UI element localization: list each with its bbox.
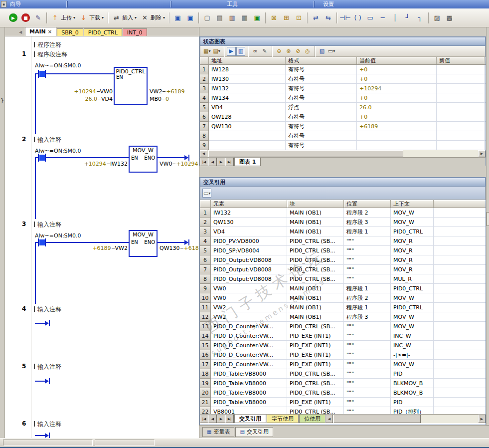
network-comment[interactable]: 输入注释: [34, 221, 61, 229]
table-cell[interactable]: PID0_D_Counter:VW...: [211, 360, 287, 369]
table-cell[interactable]: +0: [357, 112, 437, 122]
table-row[interactable]: 1IW132MAIN (OB1)程序段 2MOV_W: [200, 208, 486, 218]
input-pin-operand[interactable]: +10294IW132: [60, 161, 128, 167]
table-cell[interactable]: """: [344, 341, 391, 350]
table-row[interactable]: 13PID0_D_Counter:VW...PID0_CTRL (SB...""…: [200, 322, 486, 331]
table-cell[interactable]: PID0_CTRL: [391, 284, 434, 293]
table-cell[interactable]: QW130: [211, 218, 287, 227]
sheet-tab[interactable]: 交叉引用: [234, 415, 266, 423]
table-row[interactable]: 8有符号: [200, 131, 486, 141]
lock-icon[interactable]: ⊠: [268, 11, 280, 24]
table-cell[interactable]: """: [344, 398, 391, 407]
table-cell[interactable]: MOV_R: [391, 236, 434, 246]
program-comment[interactable]: 程序注释: [34, 41, 61, 49]
table-cell[interactable]: PID0_CTRL (SB...: [287, 255, 344, 265]
column-header[interactable]: 格式: [286, 57, 357, 64]
table-row[interactable]: 14PID0_D_Counter:VW...PID_EXE (INT1)"""I…: [200, 331, 486, 341]
table-row[interactable]: 6QW128有符号+0: [200, 112, 486, 122]
table-cell[interactable]: 程序段 3: [344, 218, 391, 227]
table-row[interactable]: 12VW2MAIN (OB1)程序段 3MOV_W: [200, 312, 486, 322]
table-row[interactable]: 20PID0_Table:VB8000PID0_CTRL (SB..."""BL…: [200, 388, 486, 398]
table-cell[interactable]: VW0: [211, 284, 287, 293]
table-cell[interactable]: QW128: [209, 112, 286, 122]
chart-pause-icon[interactable]: ▥: [236, 47, 245, 56]
table-cell[interactable]: PID: [391, 398, 434, 407]
input-pin-operand[interactable]: +6189VW2: [60, 245, 128, 251]
horizontal-scrollbar[interactable]: ◀ ▶: [200, 150, 486, 157]
sync-icon[interactable]: ⇆: [322, 11, 334, 24]
scroll-left-icon[interactable]: ◀: [200, 150, 207, 157]
column-header[interactable]: 元素: [211, 200, 287, 208]
table-cell[interactable]: PID0_D_Counter:VW...: [211, 331, 287, 341]
table-cell[interactable]: MOV_W: [391, 293, 434, 303]
table-cell[interactable]: MAIN (OB1): [287, 227, 344, 236]
table-cell[interactable]: [437, 74, 485, 84]
first-record-button[interactable]: |◀: [200, 158, 208, 166]
unlock-icon[interactable]: ⊞: [280, 11, 293, 24]
table-row[interactable]: 6PID0_Output:VD8008PID0_CTRL (SB..."""MO…: [200, 255, 486, 265]
table-cell[interactable]: 有符号: [286, 93, 357, 103]
table-cell[interactable]: PID_EXE (INT1): [287, 331, 344, 341]
table-cell[interactable]: PID0_Table:VB8000: [211, 379, 287, 388]
table-cell[interactable]: PID: [391, 369, 434, 379]
table-cell[interactable]: 程序段 3: [344, 312, 391, 322]
table-row[interactable]: 4PID0_PV:VD8000PID0_CTRL (SB..."""MOV_R: [200, 236, 486, 246]
table-cell[interactable]: PID0_CTRL (SB...: [287, 246, 344, 255]
prev-record-button[interactable]: ◀: [208, 415, 217, 423]
table-cell[interactable]: """: [344, 236, 391, 246]
table-cell[interactable]: MOV_W: [391, 322, 434, 331]
line-down-icon[interactable]: ┐: [414, 11, 426, 24]
table-cell[interactable]: 程序段 2: [344, 293, 391, 303]
download-icon[interactable]: ↓下载▾: [77, 11, 106, 24]
table-cell[interactable]: MOV_R: [391, 255, 434, 265]
table-cell[interactable]: MOV_R: [391, 246, 434, 255]
clear-bookmark-icon[interactable]: ▦: [238, 11, 251, 24]
table-cell[interactable]: [357, 141, 437, 150]
scroll-right-icon[interactable]: ▶: [478, 150, 486, 157]
table-cell[interactable]: PID0_Output:VD8008: [211, 255, 287, 265]
dropdown-arrow-icon[interactable]: ▾: [163, 15, 165, 20]
prev-record-button[interactable]: ◀: [208, 158, 217, 166]
table-cell[interactable]: PID0_CTRL: [391, 227, 434, 236]
table-row[interactable]: 2QW130MAIN (OB1)程序段 3MOV_W: [200, 218, 486, 227]
view-combo-icon[interactable]: ▭▾: [327, 47, 336, 56]
table-cell[interactable]: [437, 103, 485, 112]
table-cell[interactable]: MAIN (OB1): [287, 312, 344, 322]
compile-icon[interactable]: ✎: [32, 11, 44, 24]
table-cell[interactable]: PID0_CTRL (SB...: [287, 369, 344, 379]
table-row[interactable]: 11VW2MAIN (OB1)程序段 1PID0_CTRL: [200, 303, 486, 312]
table-cell[interactable]: PID0_D_Counter:VW...: [211, 322, 287, 331]
tab-scroll-left-icon[interactable]: ◀: [17, 28, 24, 35]
table-cell[interactable]: PID0_CTRL (SB...: [287, 274, 344, 284]
tab-variable-table[interactable]: ▦变量表: [202, 427, 234, 437]
table-row[interactable]: 8PID0_Output:VD8008PID0_CTRL (SB..."""MU…: [200, 274, 486, 284]
close-tab-icon[interactable]: ×: [48, 29, 52, 34]
table-cell[interactable]: """: [344, 246, 391, 255]
table-row[interactable]: 16PID0_D_Counter:VW...PID_EXE (INT1)"""-…: [200, 350, 486, 360]
table-row[interactable]: 2IW130有符号+0: [200, 74, 486, 84]
column-header[interactable]: 当前值: [357, 57, 437, 64]
table-row[interactable]: 7PID0_Output:VD8008PID0_CTRL (SB..."""MO…: [200, 265, 486, 274]
line-up-icon[interactable]: ┘: [401, 11, 414, 24]
network-comment[interactable]: 输入注释: [34, 363, 61, 371]
table-cell[interactable]: PID_EXE (INT1): [287, 350, 344, 360]
table-row[interactable]: 9有符号: [200, 141, 486, 150]
pin-icon[interactable]: ▪: [1, 1, 6, 7]
table-cell[interactable]: 程序段 1: [344, 284, 391, 293]
sheet-tab[interactable]: 位使用: [299, 415, 326, 423]
table-cell[interactable]: IW130: [209, 74, 286, 84]
table-cell[interactable]: 程序段 1: [344, 227, 391, 236]
vline-icon[interactable]: │: [389, 11, 401, 24]
toolbar-grip[interactable]: [66, 1, 68, 7]
dropdown-arrow-icon[interactable]: ▾: [208, 191, 210, 196]
table-row[interactable]: 3VD4MAIN (OB1)程序段 1PID0_CTRL: [200, 227, 486, 236]
compare-icon[interactable]: ⇄: [310, 11, 322, 24]
read-once-icon[interactable]: ∞: [251, 47, 260, 56]
status-chart-window-icon[interactable]: ▣: [184, 11, 196, 24]
table-row[interactable]: 22VB8001PID0_CTRL (SB..."""PID（排列）: [200, 407, 486, 414]
table-cell[interactable]: [437, 93, 485, 103]
table-cell[interactable]: """: [344, 331, 391, 341]
table-row[interactable]: 21PID0_Table:VB8000PID_EXE (INT1)"""PID: [200, 398, 486, 407]
table-cell[interactable]: MAIN (OB1): [287, 218, 344, 227]
dropdown-arrow-icon[interactable]: ▾: [135, 15, 137, 20]
